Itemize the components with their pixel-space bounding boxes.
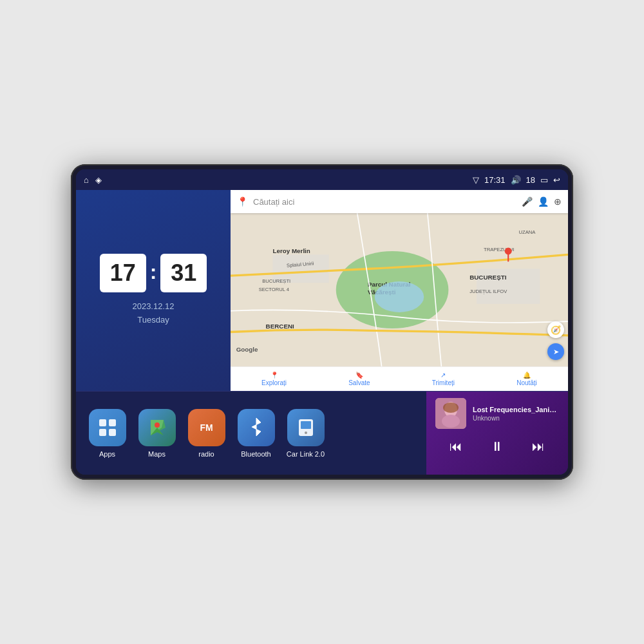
album-art (435, 398, 466, 429)
carlink-label: Car Link 2.0 (287, 450, 325, 458)
layers-icon[interactable]: ⊕ (554, 196, 562, 207)
clock-display: 17 : 31 (100, 254, 207, 292)
radio-icon: FM (188, 409, 225, 446)
status-bar-left: ⌂ ◈ (84, 175, 102, 185)
explore-icon: 📍 (270, 372, 278, 379)
app-item-maps[interactable]: Maps (136, 409, 178, 458)
send-icon: ↗ (440, 372, 446, 379)
app-item-carlink[interactable]: Car Link 2.0 (285, 409, 327, 458)
news-label: Noutăți (516, 379, 537, 386)
svg-text:Google: Google (236, 346, 258, 353)
clock-date: 2023.12.12 Tuesday (132, 300, 174, 327)
apps-icon (89, 409, 126, 446)
clock-separator: : (150, 260, 157, 284)
music-play-button[interactable]: ⏸ (486, 437, 509, 457)
svg-text:BUCUREȘTI: BUCUREȘTI (469, 274, 507, 281)
saved-label: Salvate (348, 379, 370, 386)
carlink-icon (287, 409, 325, 446)
svg-point-26 (155, 422, 160, 428)
explore-label: Explorați (261, 379, 287, 386)
apps-label: Apps (99, 450, 115, 458)
map-nav-news[interactable]: 🔔 Noutăți (516, 372, 537, 386)
news-icon: 🔔 (523, 372, 531, 379)
car-display-device: ⌂ ◈ ▽ 17:31 🔊 18 ▭ ↩ 17 : (71, 164, 573, 480)
music-prev-button[interactable]: ⏮ (444, 437, 468, 457)
clock-hours: 17 (100, 254, 146, 292)
svg-text:JUDEȚUL ILFOV: JUDEȚUL ILFOV (469, 289, 507, 294)
status-time: 17:31 (484, 175, 506, 185)
battery-icon: ▭ (540, 175, 548, 185)
svg-text:Leroy Merlin: Leroy Merlin (273, 247, 310, 254)
svg-point-4 (375, 281, 424, 312)
top-section: 17 : 31 2023.12.12 Tuesday 📍 Căutați aic… (76, 190, 568, 391)
map-nav-saved[interactable]: 🔖 Salvate (348, 372, 370, 386)
map-search-icons: 🎤 👤 ⊕ (522, 196, 562, 207)
back-icon[interactable]: ↩ (553, 175, 560, 185)
app-item-bluetooth[interactable]: Bluetooth (235, 409, 277, 458)
svg-point-32 (442, 415, 460, 428)
maps-label: Maps (148, 450, 166, 458)
map-bottom-bar: 📍 Explorați 🔖 Salvate ↗ Trimiteți 🔔 (231, 366, 568, 391)
svg-point-33 (443, 402, 459, 413)
svg-text:UZANA: UZANA (519, 229, 536, 235)
map-search-bar[interactable]: 📍 Căutați aici 🎤 👤 ⊕ (231, 190, 568, 213)
compass-button[interactable]: 🧭 (547, 321, 564, 338)
music-artist: Unknown (473, 415, 559, 422)
clock-panel: 17 : 31 2023.12.12 Tuesday (76, 190, 231, 391)
music-title: Lost Frequencies_Janieck Devy-... (473, 406, 559, 413)
music-controls: ⏮ ⏸ ⏭ (435, 437, 559, 457)
apps-grid: Apps Maps (76, 392, 426, 475)
map-nav-send[interactable]: ↗ Trimiteți (432, 372, 455, 386)
date-value: 2023.12.12 (132, 301, 174, 311)
home-icon[interactable]: ⌂ (84, 175, 89, 185)
svg-rect-21 (99, 429, 106, 436)
svg-text:BERCENI: BERCENI (266, 323, 294, 330)
status-bar: ⌂ ◈ ▽ 17:31 🔊 18 ▭ ↩ (76, 169, 568, 190)
app-item-radio[interactable]: FM radio (185, 409, 227, 458)
svg-rect-28 (301, 421, 311, 429)
music-next-button[interactable]: ⏭ (527, 437, 550, 457)
bluetooth-icon (238, 409, 275, 446)
clock-minutes: 31 (160, 254, 207, 292)
send-label: Trimiteți (432, 379, 455, 386)
status-bar-right: ▽ 17:31 🔊 18 ▭ ↩ (473, 175, 560, 185)
music-info: Lost Frequencies_Janieck Devy-... Unknow… (435, 398, 559, 429)
day-value: Tuesday (137, 315, 169, 325)
map-content[interactable]: Parcul Natural Văcărești (231, 213, 568, 366)
map-nav-explore[interactable]: 📍 Explorați (261, 372, 287, 386)
music-panel: Lost Frequencies_Janieck Devy-... Unknow… (426, 392, 568, 475)
account-icon[interactable]: 👤 (538, 196, 549, 207)
bluetooth-label: Bluetooth (241, 450, 270, 458)
svg-rect-19 (99, 419, 106, 426)
svg-text:SECTORUL 4: SECTORUL 4 (259, 287, 290, 292)
svg-rect-20 (109, 419, 116, 426)
maps-icon (138, 409, 176, 446)
navigation-button[interactable]: ➤ (547, 343, 564, 360)
saved-icon: 🔖 (355, 372, 363, 379)
map-search-text[interactable]: Căutați aici (253, 197, 516, 207)
svg-text:BUCUREȘTI: BUCUREȘTI (262, 278, 290, 284)
signal-icon: ▽ (473, 175, 479, 185)
google-maps-pin-icon: 📍 (237, 196, 248, 207)
microphone-icon[interactable]: 🎤 (522, 196, 533, 207)
music-text: Lost Frequencies_Janieck Devy-... Unknow… (473, 406, 559, 422)
maps-pin-icon[interactable]: ◈ (95, 175, 102, 185)
device-screen: ⌂ ◈ ▽ 17:31 🔊 18 ▭ ↩ 17 : (76, 169, 568, 475)
volume-icon: 🔊 (511, 175, 521, 185)
app-item-apps[interactable]: Apps (86, 409, 128, 458)
map-panel[interactable]: 📍 Căutați aici 🎤 👤 ⊕ (231, 190, 568, 391)
battery-level: 18 (526, 175, 535, 185)
radio-label: radio (198, 450, 214, 458)
bottom-section: Apps Maps (76, 391, 568, 475)
main-content: 17 : 31 2023.12.12 Tuesday 📍 Căutați aic… (76, 190, 568, 475)
svg-point-29 (305, 431, 307, 434)
svg-rect-22 (109, 429, 116, 436)
